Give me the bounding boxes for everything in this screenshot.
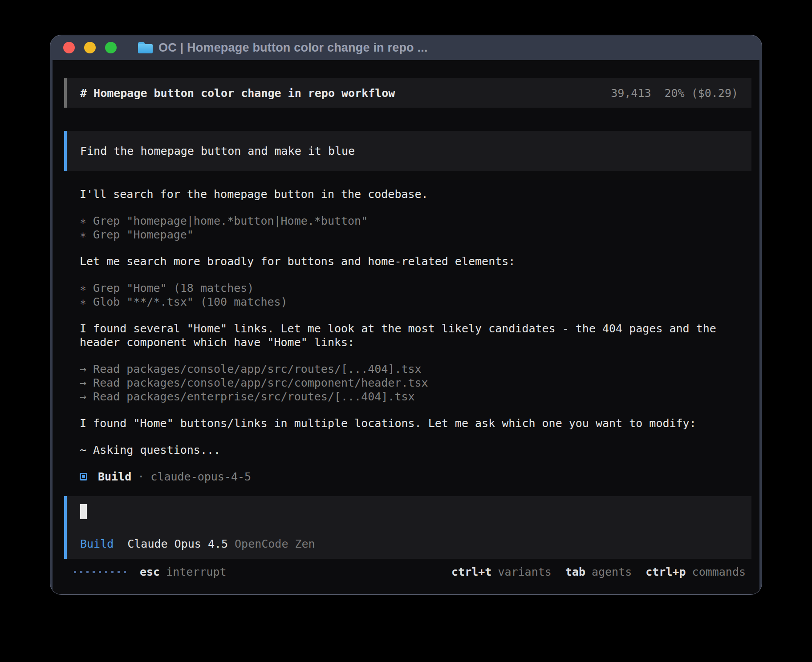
session-cost: ($0.29) xyxy=(691,86,738,100)
context-percent: 20% xyxy=(664,86,684,100)
input-agent-label: Build xyxy=(80,537,114,551)
session-stats: 39,413 20% ($0.29) xyxy=(611,86,738,100)
user-message: Find the homepage button and make it blu… xyxy=(64,131,751,171)
spinner-dot xyxy=(86,571,89,573)
agent-model: claude-opus-4-5 xyxy=(150,470,251,484)
status-bar: esc interrupt ctrl+t variants tab agents… xyxy=(64,565,751,579)
title-wrap: OC | Homepage button color change in rep… xyxy=(138,41,428,55)
tool-call-grep: ∗ Grep "Homepage" xyxy=(80,228,751,242)
shortcut-key: ctrl+t xyxy=(451,565,491,579)
shortcut-agents: tab agents xyxy=(565,565,632,579)
assistant-text: I found several "Home" links. Let me loo… xyxy=(80,322,751,349)
spinner xyxy=(74,571,126,573)
model-row: Build Claude Opus 4.5 OpenCode Zen xyxy=(80,537,738,551)
tool-call-group: ∗ Grep "Home" (18 matches) ∗ Glob "**/*.… xyxy=(80,281,751,309)
traffic-lights xyxy=(63,42,117,53)
assistant-text: I found "Home" buttons/links in multiple… xyxy=(80,416,751,430)
close-button[interactable] xyxy=(63,42,75,53)
conversation: I'll search for the homepage button in t… xyxy=(80,187,751,484)
token-count: 39,413 xyxy=(611,86,651,100)
agent-status-row: Build · claude-opus-4-5 xyxy=(80,470,751,484)
assistant-text: Let me search more broadly for buttons a… xyxy=(80,254,751,268)
spinner-dot xyxy=(124,571,126,573)
terminal-content: # Homepage button color change in repo w… xyxy=(53,60,759,594)
prompt-input[interactable]: Build Claude Opus 4.5 OpenCode Zen xyxy=(64,496,751,559)
window-title: OC | Homepage button color change in rep… xyxy=(158,41,428,55)
input-provider-label: OpenCode Zen xyxy=(235,537,315,551)
shortcut-key-esc: esc xyxy=(140,565,160,579)
shortcut-label: commands xyxy=(692,565,746,579)
session-title: # Homepage button color change in repo w… xyxy=(80,86,395,100)
session-header: # Homepage button color change in repo w… xyxy=(64,78,751,108)
tool-call-read: → Read packages/console/app/src/routes/[… xyxy=(80,362,751,376)
folder-icon xyxy=(138,42,153,53)
status-right: ctrl+t variants tab agents ctrl+p comman… xyxy=(451,565,746,579)
text-cursor xyxy=(80,504,87,519)
shortcut-key: ctrl+p xyxy=(646,565,686,579)
assistant-text-line: I found several "Home" links. Let me loo… xyxy=(80,322,751,335)
shortcut-label: agents xyxy=(592,565,632,579)
assistant-text: I'll search for the homepage button in t… xyxy=(80,187,751,201)
spinner-dot xyxy=(99,571,101,573)
titlebar: OC | Homepage button color change in rep… xyxy=(50,35,762,60)
agent-name: Build xyxy=(98,470,131,484)
shortcut-variants: ctrl+t variants xyxy=(451,565,552,579)
agent-separator: · xyxy=(138,470,144,484)
input-model-label: Claude Opus 4.5 xyxy=(127,537,228,551)
spinner-dot xyxy=(93,571,95,573)
shortcut-label-interrupt: interrupt xyxy=(166,565,226,579)
shortcut-label: variants xyxy=(498,565,551,579)
shortcut-key: tab xyxy=(565,565,585,579)
tool-call-group: → Read packages/console/app/src/routes/[… xyxy=(80,362,751,404)
zoom-button[interactable] xyxy=(105,42,117,53)
build-agent-icon xyxy=(80,473,87,480)
spinner-dot xyxy=(111,571,114,573)
tool-call-grep: ∗ Grep "homepage|home.*button|Home.*butt… xyxy=(80,214,751,228)
spinner-dot xyxy=(74,571,76,573)
assistant-text-line: header component which have "Home" links… xyxy=(80,335,751,349)
tool-call-group: ∗ Grep "homepage|home.*button|Home.*butt… xyxy=(80,214,751,242)
tool-call-grep: ∗ Grep "Home" (18 matches) xyxy=(80,281,751,295)
tool-call-glob: ∗ Glob "**/*.tsx" (100 matches) xyxy=(80,295,751,309)
user-message-text: Find the homepage button and make it blu… xyxy=(80,145,355,157)
status-left: esc interrupt xyxy=(74,565,227,579)
terminal-window: OC | Homepage button color change in rep… xyxy=(50,35,762,595)
minimize-button[interactable] xyxy=(84,42,96,53)
spinner-dot xyxy=(118,571,120,573)
spinner-dot xyxy=(80,571,82,573)
spinner-dot xyxy=(105,571,107,573)
tool-call-read: → Read packages/console/app/src/componen… xyxy=(80,376,751,390)
shortcut-commands: ctrl+p commands xyxy=(646,565,746,579)
asking-questions-status: ~ Asking questions... xyxy=(80,443,751,457)
tool-call-read: → Read packages/enterprise/src/routes/[.… xyxy=(80,390,751,404)
